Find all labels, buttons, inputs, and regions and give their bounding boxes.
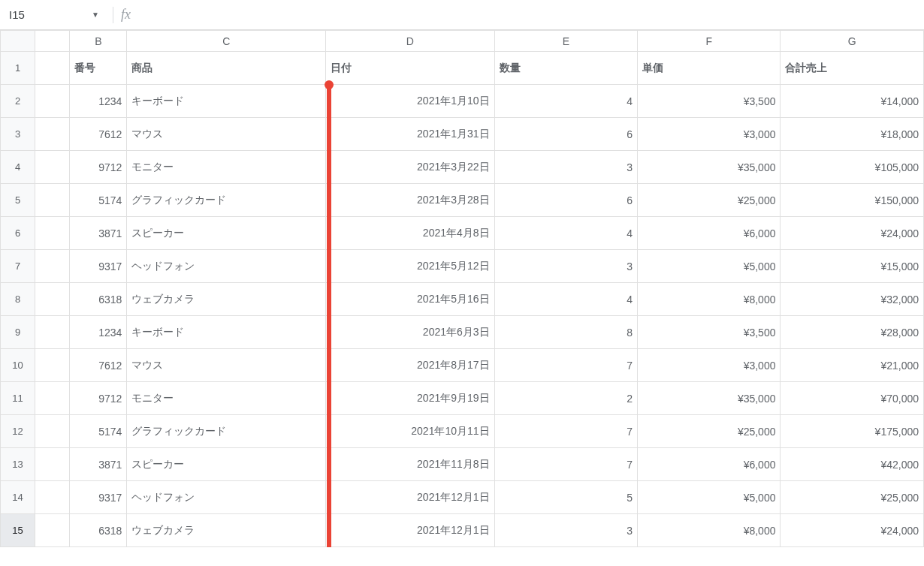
cell[interactable]: 2021年4月8日 bbox=[326, 217, 495, 250]
row-header[interactable]: 11 bbox=[1, 382, 35, 415]
cell[interactable]: 7 bbox=[494, 415, 637, 448]
cell[interactable]: 6318 bbox=[70, 514, 127, 547]
row-header[interactable]: 10 bbox=[1, 349, 35, 382]
cell[interactable]: ウェブカメラ bbox=[127, 514, 326, 547]
cell[interactable] bbox=[35, 85, 70, 118]
col-header-D[interactable]: D bbox=[326, 31, 495, 52]
header-cell-B[interactable]: 番号 bbox=[70, 52, 127, 85]
cell[interactable]: 6 bbox=[494, 184, 637, 217]
cell[interactable]: ¥18,000 bbox=[781, 118, 924, 151]
cell[interactable] bbox=[35, 118, 70, 151]
cell[interactable]: 3 bbox=[494, 250, 637, 283]
cell[interactable]: 3 bbox=[494, 151, 637, 184]
cell[interactable] bbox=[35, 349, 70, 382]
cell[interactable]: ヘッドフォン bbox=[127, 250, 326, 283]
cell[interactable] bbox=[35, 448, 70, 481]
row-header[interactable]: 14 bbox=[1, 481, 35, 514]
cell[interactable]: ¥15,000 bbox=[781, 250, 924, 283]
cell[interactable]: ¥70,000 bbox=[781, 382, 924, 415]
name-box-dropdown-icon[interactable]: ▼ bbox=[92, 11, 99, 19]
cell[interactable]: 6 bbox=[494, 118, 637, 151]
cell[interactable]: 2021年5月12日 bbox=[326, 250, 495, 283]
cell[interactable]: ¥3,500 bbox=[638, 316, 781, 349]
cell[interactable]: グラフィックカード bbox=[127, 184, 326, 217]
cell[interactable]: ヘッドフォン bbox=[127, 481, 326, 514]
cell[interactable]: 5 bbox=[494, 481, 637, 514]
cell[interactable]: ¥3,000 bbox=[638, 118, 781, 151]
col-header-G[interactable]: G bbox=[781, 31, 924, 52]
cell[interactable]: ¥175,000 bbox=[781, 415, 924, 448]
row-header[interactable]: 13 bbox=[1, 448, 35, 481]
cell[interactable]: ¥105,000 bbox=[781, 151, 924, 184]
cell[interactable]: 2021年9月19日 bbox=[326, 382, 495, 415]
cell[interactable] bbox=[35, 316, 70, 349]
cell[interactable] bbox=[35, 283, 70, 316]
cell[interactable] bbox=[35, 217, 70, 250]
row-header[interactable]: 4 bbox=[1, 151, 35, 184]
cell[interactable]: マウス bbox=[127, 349, 326, 382]
cell[interactable]: マウス bbox=[127, 118, 326, 151]
cell[interactable]: 2021年1月10日 bbox=[326, 85, 495, 118]
cell[interactable]: 2021年3月22日 bbox=[326, 151, 495, 184]
cell[interactable]: 2021年5月16日 bbox=[326, 283, 495, 316]
header-cell-E[interactable]: 数量 bbox=[494, 52, 637, 85]
cell[interactable]: 7 bbox=[494, 349, 637, 382]
cell[interactable]: 2021年12月1日 bbox=[326, 481, 495, 514]
cell[interactable]: ¥6,000 bbox=[638, 217, 781, 250]
cell[interactable]: モニター bbox=[127, 151, 326, 184]
cell[interactable]: 9712 bbox=[70, 151, 127, 184]
cell[interactable]: 7612 bbox=[70, 349, 127, 382]
cell[interactable]: 4 bbox=[494, 283, 637, 316]
cell[interactable]: 2021年12月1日 bbox=[326, 514, 495, 547]
cell[interactable]: モニター bbox=[127, 382, 326, 415]
cell[interactable]: ¥6,000 bbox=[638, 448, 781, 481]
row-header[interactable]: 15 bbox=[1, 514, 35, 547]
cell[interactable]: 7612 bbox=[70, 118, 127, 151]
cell[interactable]: 2021年6月3日 bbox=[326, 316, 495, 349]
cell[interactable] bbox=[35, 151, 70, 184]
row-header[interactable]: 3 bbox=[1, 118, 35, 151]
cell[interactable] bbox=[35, 184, 70, 217]
cell[interactable]: 2021年1月31日 bbox=[326, 118, 495, 151]
col-header-E[interactable]: E bbox=[494, 31, 637, 52]
name-box[interactable]: I15 ▼ bbox=[0, 5, 105, 26]
row-header[interactable]: 8 bbox=[1, 283, 35, 316]
cell[interactable]: 1234 bbox=[70, 316, 127, 349]
cell[interactable]: 5174 bbox=[70, 415, 127, 448]
cell[interactable] bbox=[35, 415, 70, 448]
cell[interactable]: ¥14,000 bbox=[781, 85, 924, 118]
cell[interactable]: ¥42,000 bbox=[781, 448, 924, 481]
cell[interactable]: ¥28,000 bbox=[781, 316, 924, 349]
cell[interactable]: スピーカー bbox=[127, 448, 326, 481]
cell[interactable]: 2021年3月28日 bbox=[326, 184, 495, 217]
cell[interactable] bbox=[35, 514, 70, 547]
cell[interactable] bbox=[35, 481, 70, 514]
cell[interactable]: 4 bbox=[494, 217, 637, 250]
col-header-F[interactable]: F bbox=[638, 31, 781, 52]
row-header[interactable]: 2 bbox=[1, 85, 35, 118]
cell[interactable]: ¥25,000 bbox=[638, 184, 781, 217]
cell[interactable]: ¥35,000 bbox=[638, 151, 781, 184]
cell[interactable] bbox=[35, 382, 70, 415]
cell[interactable]: 4 bbox=[494, 85, 637, 118]
cell[interactable]: ¥5,000 bbox=[638, 481, 781, 514]
select-all-corner[interactable] bbox=[1, 31, 35, 52]
cell[interactable]: グラフィックカード bbox=[127, 415, 326, 448]
row-header[interactable]: 12 bbox=[1, 415, 35, 448]
col-header-C[interactable]: C bbox=[127, 31, 326, 52]
header-cell-D[interactable]: 日付 bbox=[326, 52, 495, 85]
cell[interactable]: ¥24,000 bbox=[781, 514, 924, 547]
cell[interactable]: ¥21,000 bbox=[781, 349, 924, 382]
row-header[interactable]: 7 bbox=[1, 250, 35, 283]
row-header[interactable]: 9 bbox=[1, 316, 35, 349]
cell[interactable]: 9317 bbox=[70, 250, 127, 283]
cell[interactable]: キーボード bbox=[127, 316, 326, 349]
cell[interactable]: 3871 bbox=[70, 217, 127, 250]
cell[interactable]: ¥24,000 bbox=[781, 217, 924, 250]
cell[interactable]: ¥8,000 bbox=[638, 514, 781, 547]
cell[interactable]: 9317 bbox=[70, 481, 127, 514]
cell[interactable]: 1234 bbox=[70, 85, 127, 118]
row-header[interactable]: 1 bbox=[1, 52, 35, 85]
row-header[interactable]: 5 bbox=[1, 184, 35, 217]
row-header[interactable]: 6 bbox=[1, 217, 35, 250]
